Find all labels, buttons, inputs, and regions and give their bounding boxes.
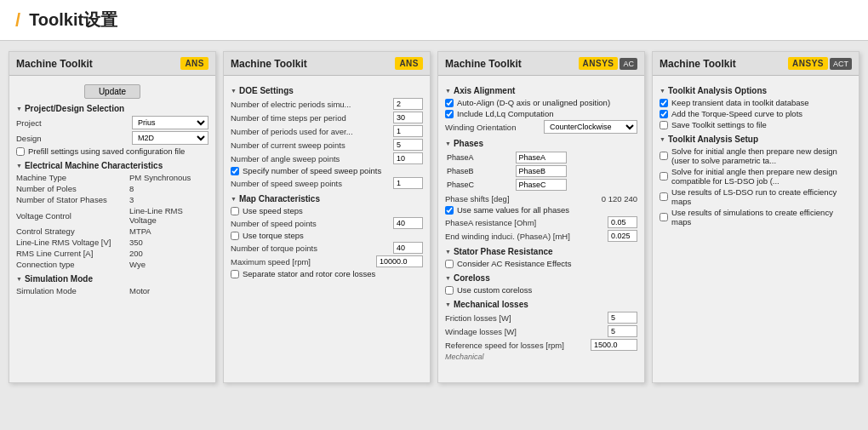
custom-coreloss-checkbox-row: Use custom coreloss — [445, 285, 637, 295]
phase-shifts-row: Phase shifts [deg] 0 120 240 — [445, 194, 637, 204]
angle-sweep-input[interactable] — [393, 152, 423, 164]
separate-core-checkbox[interactable] — [231, 270, 239, 278]
simulation-mode-row: Simulation Mode Motor — [16, 286, 208, 295]
speed-sweep-row: Number of speed sweep points — [231, 177, 423, 189]
section-mechanical: Mechanical losses — [445, 300, 637, 309]
electric-periods-row: Number of electric periods simu... — [231, 98, 423, 110]
speed-points-input[interactable] — [393, 217, 423, 229]
auto-align-checkbox-row: Auto-Align (D-Q axis or unaligned positi… — [445, 98, 637, 107]
slash-icon: / — [15, 9, 20, 32]
solve-initial-1-checkbox[interactable] — [660, 152, 668, 160]
section-simulation: Simulation Mode — [16, 274, 208, 284]
section-phases: Phases — [445, 139, 637, 148]
torque-speed-curve-checkbox-row: Add the Torque-Speed curve to plots — [660, 109, 852, 118]
connection-type-row: Connection type Wye — [16, 260, 208, 269]
torque-points-input[interactable] — [393, 242, 423, 254]
card1-title: Machine Toolkit — [16, 58, 93, 70]
poles-row: Number of Poles 8 — [16, 184, 208, 193]
windage-losses-row: Windage losses [W] — [445, 325, 637, 337]
card2-header: Machine Toolkit ANS — [224, 52, 430, 76]
section-stator: Stator Phase Resistance — [445, 247, 637, 256]
section-project-design: Project/Design Selection — [16, 104, 208, 113]
winding-orientation-row: Winding Orientation CounterClockwise — [445, 120, 637, 134]
ansys-logo-4: ANSYS — [788, 57, 828, 70]
reference-speed-row: Reference speed for losses [rpm] — [445, 339, 637, 351]
phaseC-row: PhaseC — [445, 178, 637, 192]
torque-steps-checkbox[interactable] — [231, 232, 239, 240]
phases-table: PhaseA PhaseB PhaseC — [445, 151, 637, 192]
ansys-logo-2: ANS — [395, 57, 423, 70]
speed-steps-checkbox-row: Use speed steps — [231, 206, 423, 215]
torque-points-row: Number of torque points — [231, 242, 423, 254]
design-select[interactable]: M2D — [132, 131, 208, 145]
card4-body: Toolkit Analysis Options Keep transient … — [653, 76, 859, 233]
rms-current-row: RMS Line Current [A] 200 — [16, 249, 208, 258]
save-settings-checkbox-row: Save Toolkit settings to file — [660, 120, 852, 129]
phaseA-row: PhaseA — [445, 151, 637, 164]
phaseA-resistance-row: PhaseA resistance [Ohm] — [445, 216, 637, 228]
max-speed-row: Maximum speed [rpm] — [231, 255, 423, 267]
ansys-logo-1: ANS — [180, 57, 208, 70]
torque-speed-curve-checkbox[interactable] — [660, 110, 668, 118]
speed-sweep-input[interactable] — [393, 177, 423, 189]
speed-points-row: Number of speed points — [231, 217, 423, 229]
machine-type-row: Machine Type PM Synchronous — [16, 173, 208, 182]
project-select[interactable]: Prius — [132, 116, 208, 129]
end-winding-input[interactable] — [608, 230, 637, 242]
phaseA-resistance-input[interactable] — [608, 216, 637, 228]
lsdso-efficiency-checkbox[interactable] — [660, 192, 668, 201]
card2-body: DOE Settings Number of electric periods … — [224, 76, 430, 285]
friction-losses-input[interactable] — [608, 312, 637, 324]
phaseB-row: PhaseB — [445, 164, 637, 178]
card2-title: Machine Toolkit — [231, 58, 307, 70]
use-same-values-checkbox[interactable] — [445, 206, 454, 215]
stator-phases-row: Number of Stator Phases 3 — [16, 195, 208, 204]
include-ldlq-checkbox[interactable] — [445, 110, 454, 118]
phaseC-input[interactable] — [516, 179, 567, 191]
simulations-efficiency-checkbox-row: Use results of simulations to create eff… — [660, 208, 852, 226]
section-coreloss: Coreloss — [445, 273, 637, 283]
cards-container: Machine Toolkit ANS Update Project/Desig… — [0, 41, 868, 424]
card1-body: Update Project/Design Selection Project … — [9, 76, 215, 302]
electric-periods-input[interactable] — [393, 98, 423, 110]
keep-transient-checkbox[interactable] — [660, 99, 668, 107]
torque-steps-checkbox-row: Use torque steps — [231, 231, 423, 240]
time-steps-input[interactable] — [393, 112, 423, 123]
current-sweep-input[interactable] — [393, 139, 423, 151]
prefill-checkbox[interactable] — [16, 147, 25, 156]
specify-speed-checkbox[interactable] — [231, 167, 239, 175]
winding-orientation-select[interactable]: CounterClockwise — [544, 120, 637, 134]
auto-align-checkbox[interactable] — [445, 99, 454, 107]
page-header: / Toolkit设置 — [0, 0, 868, 41]
time-steps-row: Number of time steps per period — [231, 112, 423, 123]
card3-title: Machine Toolkit — [445, 58, 522, 70]
card3-logo-group: ANSYS AC — [579, 57, 637, 70]
use-same-values-checkbox-row: Use same values for all phases — [445, 205, 637, 215]
mechanical-label: Mechanical — [445, 353, 637, 361]
custom-coreloss-checkbox[interactable] — [445, 286, 454, 295]
phaseA-input[interactable] — [516, 152, 567, 163]
ac-resistance-checkbox[interactable] — [445, 260, 454, 268]
periods-average-input[interactable] — [393, 125, 423, 137]
section-electrical: Electrical Machine Characteristics — [16, 161, 208, 170]
card-machine-toolkit-4: Machine Toolkit ANSYS ACT Toolkit Analys… — [652, 51, 859, 383]
section-map: Map Characteristics — [231, 194, 423, 204]
card4-title: Machine Toolkit — [660, 58, 736, 70]
angle-sweep-row: Number of angle sweep points — [231, 152, 423, 164]
reference-speed-input[interactable] — [591, 339, 637, 351]
card-machine-toolkit-2: Machine Toolkit ANS DOE Settings Number … — [223, 51, 431, 383]
phaseB-input[interactable] — [516, 165, 567, 177]
end-winding-row: End winding induci. (PhaseA) [mH] — [445, 230, 637, 242]
ac-resistance-checkbox-row: Consider AC Resistance Effects — [445, 259, 637, 268]
windage-losses-input[interactable] — [608, 325, 637, 337]
control-strategy-row: Control Strategy MTPA — [16, 226, 208, 236]
save-settings-checkbox[interactable] — [660, 121, 668, 129]
solve-initial-2-checkbox[interactable] — [660, 172, 668, 181]
update-button[interactable]: Update — [84, 84, 140, 99]
card4-logo-group: ANSYS ACT — [788, 57, 852, 70]
solve-initial-2-checkbox-row: Solve for initial angle then prepare new… — [660, 167, 852, 186]
max-speed-input[interactable] — [376, 255, 423, 267]
simulations-efficiency-checkbox[interactable] — [660, 213, 668, 221]
speed-steps-checkbox[interactable] — [231, 207, 239, 215]
card-machine-toolkit-1: Machine Toolkit ANS Update Project/Desig… — [9, 51, 216, 383]
